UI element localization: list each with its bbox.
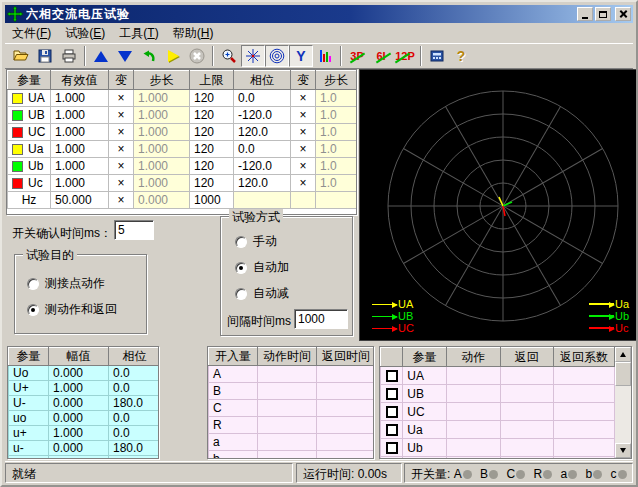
limit-cell[interactable]: 120	[190, 90, 234, 107]
mode-3p-button[interactable]: 3P	[345, 45, 369, 67]
rms-cell[interactable]: 1.000	[51, 90, 109, 107]
vary-cell[interactable]: ×	[109, 175, 134, 192]
step-cell[interactable]: 1.000	[134, 158, 190, 175]
step-cell[interactable]: 1.0	[316, 141, 357, 158]
vary-cell[interactable]: ×	[109, 141, 134, 158]
step-cell[interactable]: 1.000	[134, 141, 190, 158]
minimize-button[interactable]	[577, 7, 593, 21]
rms-cell[interactable]: 1.000	[51, 158, 109, 175]
vary-cell[interactable]: ×	[291, 124, 316, 141]
checkbox[interactable]	[386, 388, 398, 400]
step-cell[interactable]: 1.0	[316, 90, 357, 107]
scroll-track[interactable]	[615, 386, 631, 443]
raise-button[interactable]	[89, 45, 113, 67]
switch-indicator-icon	[543, 470, 552, 479]
param-name: Uc	[8, 175, 51, 192]
vary-cell[interactable]: ×	[109, 192, 134, 209]
checkbox[interactable]	[386, 406, 398, 418]
mode-12p-button[interactable]: 12P	[393, 45, 417, 67]
input-row: R	[209, 417, 375, 434]
vary-cell[interactable]: ×	[291, 107, 316, 124]
checkbox[interactable]	[386, 424, 398, 436]
col-vary1: 变	[109, 71, 134, 90]
limit-cell[interactable]: 120	[190, 158, 234, 175]
phasor-y-button[interactable]: Y	[289, 45, 313, 67]
bar-chart-icon	[320, 50, 331, 62]
phasor-star-button[interactable]	[241, 45, 265, 67]
param-header-row: 参量 有效值 变 步长 上限 相位 变 步长	[8, 71, 357, 90]
print-button[interactable]	[57, 45, 81, 67]
calculator-button[interactable]	[425, 45, 449, 67]
checkbox[interactable]	[386, 442, 398, 454]
zoom-button[interactable]	[217, 45, 241, 67]
vary-cell[interactable]: ×	[291, 175, 316, 192]
step-cell[interactable]: 1.000	[134, 107, 190, 124]
vary-cell[interactable]: ×	[109, 90, 134, 107]
step-cell[interactable]: 1.0	[316, 158, 357, 175]
phase-cell[interactable]: -120.0	[234, 158, 291, 175]
bar-chart-button[interactable]	[313, 45, 337, 67]
radio-manual[interactable]: 手动	[235, 233, 277, 250]
vary-cell[interactable]: ×	[291, 90, 316, 107]
step-cell[interactable]: 1.0	[316, 107, 357, 124]
scroll-thumb[interactable]	[615, 362, 631, 386]
rms-cell[interactable]: 1.000	[51, 107, 109, 124]
step-cell[interactable]: 1.0	[316, 175, 357, 192]
checkbox[interactable]	[386, 370, 398, 382]
save-button[interactable]	[33, 45, 57, 67]
switch-r: R	[533, 467, 542, 481]
maximize-button[interactable]	[595, 7, 611, 21]
vary-cell[interactable]: ×	[291, 158, 316, 175]
vary-cell[interactable]: ×	[109, 124, 134, 141]
limit-cell[interactable]: 120	[190, 175, 234, 192]
open-button[interactable]	[9, 45, 33, 67]
color-swatch	[12, 127, 23, 138]
phasor-circles-button[interactable]	[265, 45, 289, 67]
radio-action-return[interactable]: 测动作和返回	[27, 301, 117, 318]
radio-auto-increase[interactable]: 自动加	[235, 259, 289, 276]
phase-cell[interactable]: 120.0	[234, 124, 291, 141]
stop-button[interactable]	[185, 45, 209, 67]
step-cell[interactable]: 1.000	[134, 90, 190, 107]
radio-auto-decrease[interactable]: 自动减	[235, 285, 289, 302]
rms-cell[interactable]: 1.000	[51, 141, 109, 158]
status-switches: 开关量: A B C R a b c	[404, 463, 633, 483]
confirm-time-input[interactable]	[114, 220, 154, 240]
step-cell[interactable]: 1.000	[134, 124, 190, 141]
step-cell[interactable]: 1.0	[316, 124, 357, 141]
menu-tools[interactable]: 工具(T)	[112, 23, 165, 44]
scroll-down-button[interactable]	[615, 443, 631, 458]
close-button[interactable]	[615, 7, 631, 21]
phase-cell[interactable]: 0.0	[234, 141, 291, 158]
menu-file[interactable]: 文件(F)	[5, 23, 58, 44]
phase-cell[interactable]	[234, 192, 291, 209]
limit-cell[interactable]: 120	[190, 124, 234, 141]
phase-cell[interactable]: 120.0	[234, 175, 291, 192]
undo-button[interactable]	[137, 45, 161, 67]
interval-input[interactable]	[294, 309, 348, 329]
rms-cell[interactable]: 1.000	[51, 175, 109, 192]
start-button[interactable]	[161, 45, 185, 67]
help-button[interactable]: ?	[449, 45, 473, 67]
step-cell[interactable]: 1.000	[134, 175, 190, 192]
vary-cell[interactable]: ×	[109, 107, 134, 124]
mode-6i-button[interactable]: 6I	[369, 45, 393, 67]
scroll-up-button[interactable]	[615, 347, 631, 362]
step-cell[interactable]	[316, 192, 357, 209]
limit-cell[interactable]: 120	[190, 141, 234, 158]
phase-cell[interactable]: -120.0	[234, 107, 291, 124]
vary-cell[interactable]	[291, 192, 316, 209]
limit-cell[interactable]: 120	[190, 107, 234, 124]
phase-cell[interactable]: 0.0	[234, 90, 291, 107]
app-window: 六相交流电压试验 文件(F) 试验(E) 工具(T) 帮助(H)	[0, 0, 638, 487]
limit-cell[interactable]: 1000	[190, 192, 234, 209]
vary-cell[interactable]: ×	[109, 158, 134, 175]
step-cell[interactable]: 0.000	[134, 192, 190, 209]
rms-cell[interactable]: 50.000	[51, 192, 109, 209]
rms-cell[interactable]: 1.000	[51, 124, 109, 141]
vary-cell[interactable]: ×	[291, 141, 316, 158]
lower-button[interactable]	[113, 45, 137, 67]
menu-test[interactable]: 试验(E)	[58, 23, 112, 44]
menu-help[interactable]: 帮助(H)	[166, 23, 221, 44]
radio-contact-action[interactable]: 测接点动作	[27, 275, 105, 292]
